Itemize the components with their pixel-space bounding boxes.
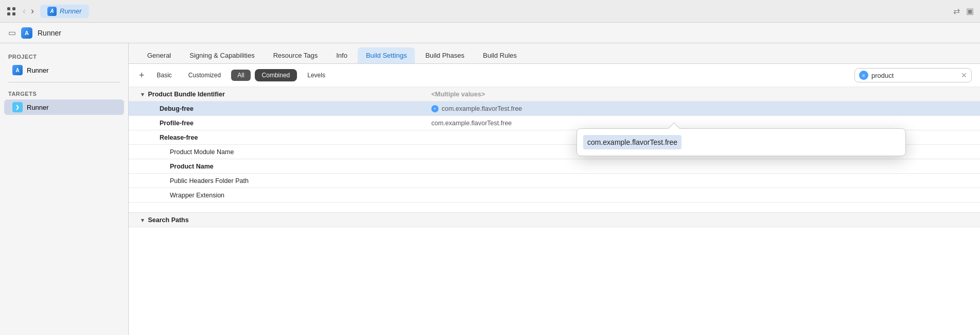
project-title: Runner [38,29,61,37]
multiple-values-label: <Multiple values> [431,91,485,98]
sidebar-project-icon: A [12,65,23,75]
project-app-icon: A [21,27,32,39]
setting-value-wrapper [427,193,980,198]
filter-all-button[interactable]: All [231,70,250,81]
setting-value-debug-free: + com.example.flavorTest.free [427,103,980,115]
sidebar-divider [8,82,120,82]
tab-resource-tags[interactable]: Resource Tags [265,47,326,63]
project-section-label: PROJECT [0,49,128,62]
main-layout: PROJECT A Runner TARGETS ❯ Runner Genera… [0,43,980,335]
sidebar-item-project-runner[interactable]: A Runner [4,62,124,78]
search-paths-label: Search Paths [148,216,188,224]
filter-levels-button[interactable]: Levels [301,70,331,81]
toolbar: + Basic Customized All Combined Levels ≡… [129,64,980,87]
titlebar-right: ⇄ ▣ [953,6,974,16]
sidebar-flutter-icon: ❯ [12,102,23,112]
setting-value-product-name [427,164,980,169]
section-label: Product Bundle Identifier [148,91,224,98]
layout-icon[interactable]: ▣ [966,6,974,16]
add-setting-button[interactable]: + [137,69,147,82]
project-header: ▭ A Runner [0,23,980,43]
tab-signing[interactable]: Signing & Capabilities [181,47,262,63]
settings-table: ▾ Product Bundle Identifier <Multiple va… [129,87,980,335]
tab-build-rules[interactable]: Build Rules [475,47,525,63]
svg-rect-1 [12,7,15,10]
setting-name-release-free: Release-free [129,131,427,144]
sidebar-toggle-button[interactable]: ▭ [8,28,16,38]
table-row: ▾ Product Bundle Identifier <Multiple va… [129,87,980,102]
swap-icon[interactable]: ⇄ [953,6,960,16]
tab-general[interactable]: General [139,47,179,63]
setting-name-product-name: Product Name [129,160,427,173]
filter-combined-button[interactable]: Combined [255,69,297,81]
active-tab[interactable]: A Runner [40,5,89,18]
sidebar: PROJECT A Runner TARGETS ❯ Runner [0,43,129,335]
setting-name-headers: Public Headers Folder Path [129,175,427,187]
app-icon: A [47,7,57,16]
search-paths-value [427,217,980,223]
spacer-row [129,203,980,213]
sidebar-target-name: Runner [27,104,49,111]
svg-rect-2 [7,12,10,15]
svg-rect-3 [12,12,15,15]
titlebar: ‹ › A Runner ⇄ ▣ [0,0,980,23]
nav-buttons: ‹ › [21,5,36,18]
table-row[interactable]: Product Name [129,159,980,174]
section-header-name: ▾ Product Bundle Identifier [129,88,427,100]
back-button[interactable]: ‹ [21,5,28,18]
search-box: ≡ ✕ [854,68,972,82]
popover-value[interactable]: com.example.flavorTest.free [583,135,681,149]
setting-name-debug-free: Debug-free [129,103,427,115]
section-header-value: <Multiple values> [427,88,980,100]
table-row: ▾ Search Paths [129,213,980,227]
setting-name-profile-free: Profile-free [129,117,427,129]
search-paths-header: ▾ Search Paths [129,214,427,226]
table-row[interactable]: Wrapper Extension [129,188,980,203]
table-row[interactable]: Debug-free + com.example.flavorTest.free [129,102,980,116]
filter-customized-button[interactable]: Customized [182,70,227,81]
tab-bar: General Signing & Capabilities Resource … [129,43,980,64]
popover: com.example.flavorTest.free [576,128,906,156]
filter-basic-button[interactable]: Basic [151,70,178,81]
grid-icon [6,6,16,16]
setting-name-wrapper: Wrapper Extension [129,189,427,202]
search-filter-icon: ≡ [859,71,868,80]
content-area: General Signing & Capabilities Resource … [129,43,980,335]
tab-build-settings[interactable]: Build Settings [358,47,415,63]
targets-section-label: TARGETS [0,87,128,99]
setting-value-headers [427,178,980,183]
search-clear-button[interactable]: ✕ [961,71,967,79]
search-paths-toggle-icon[interactable]: ▾ [141,217,144,223]
sidebar-item-target-runner[interactable]: ❯ Runner [4,99,124,115]
table-row[interactable]: Public Headers Folder Path [129,174,980,188]
tab-info[interactable]: Info [328,47,356,63]
blue-dot-icon: + [431,105,439,112]
setting-value-profile-free: com.example.flavorTest.free [427,117,980,129]
section-toggle-icon[interactable]: ▾ [141,91,144,97]
forward-button[interactable]: › [29,5,36,18]
search-input[interactable] [871,72,958,79]
svg-rect-0 [7,7,10,10]
tab-build-phases[interactable]: Build Phases [417,47,472,63]
sidebar-project-name: Runner [27,66,49,74]
tab-title: Runner [60,7,82,15]
debug-free-value: com.example.flavorTest.free [442,105,522,112]
setting-name-module: Product Module Name [129,146,427,158]
